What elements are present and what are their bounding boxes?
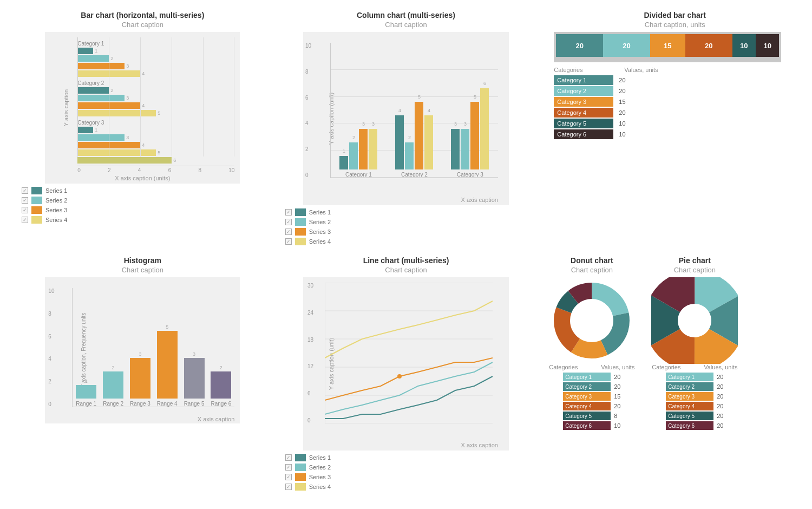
col-bar: 4 bbox=[395, 115, 404, 169]
line-caption: Chart caption bbox=[385, 266, 427, 274]
legend-check-icon: ✓ bbox=[285, 229, 292, 235]
col-legend-s2: ✓ Series 2 bbox=[285, 218, 486, 226]
hbar-bar bbox=[77, 55, 109, 62]
hist-bar-5: 3 Range 5 bbox=[184, 351, 205, 407]
hbar-bar bbox=[77, 87, 109, 94]
line-legend-s4: ✓ Series 4 bbox=[285, 483, 486, 491]
legend-swatch bbox=[295, 483, 306, 491]
legend-check-icon: ✓ bbox=[285, 464, 292, 471]
legend-swatch bbox=[295, 464, 306, 471]
legend-swatch bbox=[295, 454, 306, 461]
divided-bar-wrapper: 20 20 15 20 10 10 bbox=[554, 32, 781, 62]
hbar-inner: Category 1 1 2 3 4 bbox=[77, 37, 234, 167]
col-legend-s3: ✓ Series 3 bbox=[285, 228, 486, 236]
hist-bar-4: 5 Range 4 bbox=[157, 324, 178, 407]
div-leg-swatch-3: Category 3 bbox=[554, 97, 613, 107]
col-y-ticks: 0 2 4 6 8 10 bbox=[305, 43, 311, 178]
legend-check-icon: ✓ bbox=[285, 474, 292, 480]
column-title: Column chart (multi-series) bbox=[357, 11, 455, 19]
col-bar: 2 bbox=[405, 142, 414, 169]
div-seg-3: 15 bbox=[650, 34, 685, 57]
hbar-legend-s4: ✓ Series 4 bbox=[22, 216, 211, 224]
donut-pie-row: Donut chart Chart caption bbox=[548, 256, 738, 430]
hbar-bar bbox=[77, 134, 125, 141]
hbar-title: Bar chart (horizontal, multi-series) bbox=[81, 11, 204, 19]
legend-check-icon: ✓ bbox=[22, 187, 28, 194]
legend-check-icon: ✓ bbox=[285, 484, 292, 490]
pie-legend: Category 1 20 Category 2 20 Category 3 2… bbox=[666, 373, 723, 430]
hist-bar-6: 2 Range 6 bbox=[211, 365, 231, 407]
hbar-bar bbox=[77, 127, 93, 133]
div-leg-swatch-6: Category 6 bbox=[554, 129, 613, 139]
hbar-legend-s2: ✓ Series 2 bbox=[22, 197, 211, 204]
hbar-bar bbox=[77, 102, 140, 109]
legend-swatch bbox=[31, 206, 42, 214]
hbar-area: Y axis caption Category 1 1 bbox=[45, 32, 240, 184]
div-leg-4: Category 4 20 bbox=[554, 108, 625, 118]
legend-check-icon: ✓ bbox=[22, 217, 28, 223]
legend-check-icon: ✓ bbox=[285, 238, 292, 245]
line-x-label: X axis caption bbox=[461, 442, 498, 448]
line-legend-s2: ✓ Series 2 bbox=[285, 464, 486, 471]
col-bar: 3 bbox=[451, 129, 460, 169]
div-leg-1: Category 1 20 bbox=[554, 75, 625, 85]
hbar-cat1-s3: 3 bbox=[77, 63, 234, 69]
hbar-category-1: Category 1 1 2 3 4 bbox=[77, 37, 234, 77]
histogram-caption: Chart caption bbox=[122, 266, 163, 274]
pie-legend-header: Categories Values, units bbox=[652, 364, 737, 370]
column-legend: ✓ Series 1 ✓ Series 2 ✓ Series 3 ✓ Serie… bbox=[280, 208, 486, 245]
col-bar: 2 bbox=[349, 142, 358, 169]
divided-bar-track: 20 20 15 20 10 10 bbox=[556, 34, 779, 57]
donut-caption: Chart caption bbox=[571, 266, 613, 274]
div-leg-swatch-2: Category 2 bbox=[554, 86, 613, 96]
hist-bar-3: 3 Range 3 bbox=[130, 351, 150, 407]
hbar-bar bbox=[77, 110, 156, 116]
col-bar: 5 bbox=[415, 102, 423, 169]
div-leg-2: Category 2 20 bbox=[554, 86, 625, 96]
hbar-bar bbox=[77, 149, 156, 156]
div-seg-5: 10 bbox=[732, 34, 756, 57]
col-bar: 6 bbox=[480, 88, 489, 169]
div-leg-5: Category 5 10 bbox=[554, 119, 625, 128]
col-legend-s4: ✓ Series 4 bbox=[285, 238, 486, 245]
hbar-cat1-label: Category 1 bbox=[77, 41, 234, 47]
line-legend-s3: ✓ Series 3 bbox=[285, 473, 486, 481]
pie-chart: Pie chart Chart caption Categories Value… bbox=[651, 256, 738, 430]
col-cat3-label: Category 3 bbox=[457, 172, 483, 178]
donut-title: Donut chart bbox=[571, 256, 613, 265]
donut-chart: Donut chart Chart caption bbox=[548, 256, 635, 430]
donut-legend: Category 1 20 Category 2 20 Category 3 1… bbox=[563, 373, 620, 430]
div-seg-2: 20 bbox=[603, 34, 650, 57]
legend-check-icon: ✓ bbox=[22, 197, 28, 204]
hbar-cat2-label: Category 2 bbox=[77, 80, 234, 86]
div-seg-6: 10 bbox=[756, 34, 779, 57]
legend-check-icon: ✓ bbox=[285, 209, 292, 216]
donut-svg bbox=[548, 277, 635, 364]
hist-y-ticks: 0 2 4 6 8 10 bbox=[48, 288, 54, 407]
divided-bar-caption: Chart caption, units bbox=[554, 21, 796, 29]
divided-bar-legend: Category 1 20 Category 2 20 Category 3 1… bbox=[554, 75, 625, 139]
div-leg-swatch-5: Category 5 bbox=[554, 119, 613, 128]
line-chart: Line chart (multi-series) Chart caption … bbox=[280, 256, 533, 491]
hist-bars-area: 1 Range 1 2 Range 2 3 Range 3 bbox=[72, 288, 234, 407]
hbar-caption: Chart caption bbox=[122, 21, 163, 29]
col-legend-s1: ✓ Series 1 bbox=[285, 208, 486, 216]
hbar-category-2: Category 2 2 3 4 5 bbox=[77, 78, 234, 116]
legend-swatch bbox=[31, 197, 42, 204]
col-cat2-label: Category 2 bbox=[401, 172, 428, 178]
hbar-cat1-s4: 4 bbox=[77, 70, 234, 77]
column-chart: Column chart (multi-series) Chart captio… bbox=[280, 11, 533, 245]
hbar-bar bbox=[77, 48, 93, 54]
legend-swatch bbox=[31, 216, 42, 224]
col-bar: 3 bbox=[461, 129, 469, 169]
legend-swatch bbox=[295, 228, 306, 236]
hbar-legend-s1: ✓ Series 1 bbox=[22, 187, 211, 194]
hbar-cat1-s1: 1 bbox=[77, 48, 234, 54]
col-bar: 4 bbox=[424, 115, 433, 169]
col-bar: 1 bbox=[339, 156, 348, 169]
hist-bar-2: 2 Range 2 bbox=[103, 365, 123, 407]
legend-swatch bbox=[295, 238, 306, 245]
hbar-cat3-label: Category 3 bbox=[77, 120, 234, 126]
hbar-x-label: X axis caption (units) bbox=[115, 175, 170, 181]
pie-caption: Chart caption bbox=[674, 266, 716, 274]
